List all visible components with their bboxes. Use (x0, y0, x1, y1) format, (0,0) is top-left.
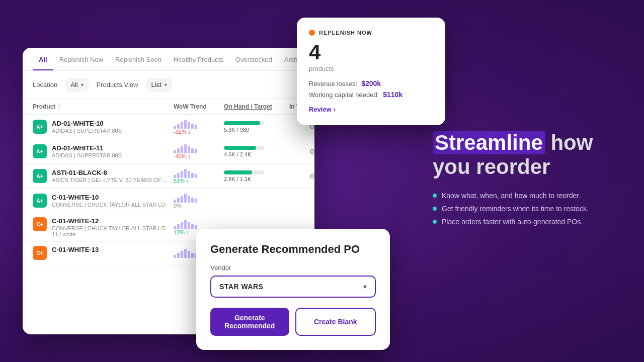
products-view-label: Products View (97, 81, 138, 88)
feature-item: Get friendly reminders when its time to … (433, 205, 614, 213)
product-badge: A+ (33, 194, 47, 208)
bar (195, 125, 197, 129)
bar (188, 122, 190, 129)
wow-value: -40% ↓ (174, 153, 191, 159)
tab-replenish-soon[interactable]: Replenish Soon (109, 48, 168, 70)
bar (188, 196, 190, 203)
bar (191, 148, 194, 153)
bar (191, 198, 194, 203)
bar (181, 122, 183, 129)
bar (195, 174, 197, 178)
product-cell: A+ C-01-WHITE-10 CONVERSE | CHUCK TAYLOR… (33, 194, 174, 208)
table-row[interactable]: A+ C-01-WHITE-10 CONVERSE | CHUCK TAYLOR… (23, 189, 314, 213)
create-blank-button[interactable]: Create Blank (295, 308, 376, 336)
tab-replenish-now[interactable]: Replenish Now (53, 48, 109, 70)
revenue-row: Revenue losses: $200k (309, 79, 433, 87)
bullet-dot-icon (433, 207, 437, 211)
product-id: AD-01-WHITE-11 (52, 144, 122, 152)
generate-recommended-button[interactable]: Generate Recommended (210, 308, 289, 336)
tab-all[interactable]: All (33, 48, 53, 70)
tab-overstocked[interactable]: Overstocked (229, 48, 278, 70)
bar (181, 196, 183, 203)
bar (191, 173, 194, 178)
bar (181, 222, 183, 229)
headline-highlight: Streamline (433, 131, 545, 154)
headline: Streamline howyou reorder (433, 131, 614, 179)
product-id: C-01-WHITE-10 (52, 194, 166, 201)
on-hand-cell: 4.6K / 2.4K (224, 146, 289, 157)
stock-values: 5.3K / 980 (224, 127, 289, 133)
stock-bar (224, 146, 256, 150)
product-info: AD-01-WHITE-10 ADIDAS | SUPERSTAR 80S (52, 120, 122, 134)
review-label: Review (309, 106, 332, 113)
location-label: Location (33, 81, 57, 88)
bar (184, 249, 187, 258)
product-cell: A+ AD-01-WHITE-11 ADIDAS | SUPERSTAR 80S (33, 144, 174, 158)
bar (181, 146, 183, 153)
replenish-header: REPLENISH NOW (309, 30, 433, 36)
bar (177, 198, 180, 203)
bar (191, 224, 194, 229)
bar-chart (174, 143, 197, 153)
th-product[interactable]: Product ↑ (33, 103, 174, 110)
feature-text: Know what, when, and how much to reorder… (442, 192, 581, 200)
table-row[interactable]: A+ AD-01-WHITE-10 ADIDAS | SUPERSTAR 80S… (23, 115, 314, 139)
filters-row: Location All ▾ Products View List ▾ (23, 71, 314, 99)
wow-value: -32% ↓ (174, 129, 191, 135)
product-sub: ASICS TIGER | GEL-LYTE V '30 YEARS OF ..… (52, 177, 167, 183)
review-link[interactable]: Review › (309, 106, 433, 113)
bar (195, 199, 197, 203)
product-variant: 11 / white (52, 231, 166, 237)
stock-bar-container (224, 121, 264, 125)
vendor-select[interactable]: STAR WARS ▾ (210, 276, 376, 298)
bar (177, 224, 180, 229)
wow-cell: -40% ↓ (174, 143, 224, 159)
review-arrow-icon: › (334, 106, 336, 113)
product-cell: C+ C-01-WHITE-13 (33, 246, 174, 260)
stock-bar-container (224, 146, 264, 150)
bar (191, 253, 194, 258)
product-sub: ADIDAS | SUPERSTAR 80S (52, 152, 122, 158)
product-cell: A+ ASTI-01-BLACK-8 ASICS TIGER | GEL-LYT… (33, 169, 174, 183)
stock-values: 2.8K / 1.1K (224, 176, 289, 182)
location-value: All (70, 81, 77, 88)
revenue-value: $200k (361, 79, 381, 87)
location-select[interactable]: All ▾ (65, 78, 88, 92)
product-sub: ADIDAS | SUPERSTAR 80S (52, 128, 122, 134)
product-id: AD-01-WHITE-10 (52, 120, 122, 127)
table-row[interactable]: A+ AD-01-WHITE-11 ADIDAS | SUPERSTAR 80S… (23, 139, 314, 164)
bar (184, 194, 187, 203)
revenue-label: Revenue losses: (309, 80, 357, 87)
th-on-hand[interactable]: On Hand / Target (224, 103, 289, 110)
stock-bar-container (224, 170, 264, 174)
table-header: Product ↑ WoW Trend On Hand / Target In … (23, 99, 314, 115)
products-view-value: List (151, 81, 161, 88)
bar (188, 222, 190, 229)
feature-list: Know what, when, and how much to reorder… (433, 192, 614, 226)
products-view-select[interactable]: List ▾ (146, 78, 172, 92)
product-id: C-01-WHITE-13 (52, 246, 99, 253)
bar (184, 144, 187, 153)
product-cell: A+ AD-01-WHITE-10 ADIDAS | SUPERSTAR 80S (33, 120, 174, 134)
right-content: Streamline howyou reorder Know what, whe… (433, 131, 614, 226)
product-cell: C+ C-01-WHITE-12 CONVERSE | CHUCK TAYLOR… (33, 217, 174, 237)
bar (181, 171, 183, 178)
th-wow-trend: WoW Trend (174, 103, 224, 110)
bar (188, 146, 190, 153)
location-chevron-icon: ▾ (81, 82, 84, 87)
on-hand-cell: 2.8K / 1.1K (224, 170, 289, 182)
bar (188, 171, 190, 178)
bar-chart (174, 119, 197, 129)
feature-text: Place orders faster with auto-generated … (442, 218, 583, 226)
feature-item: Know what, when, and how much to reorder… (433, 192, 614, 200)
stock-bar (224, 121, 260, 125)
bar (191, 124, 194, 129)
bar-chart (174, 168, 197, 178)
bar-chart (174, 219, 197, 229)
table-row[interactable]: A+ ASTI-01-BLACK-8 ASICS TIGER | GEL-LYT… (23, 164, 314, 189)
wow-cell: 51% ↑ (174, 168, 224, 184)
bar (184, 220, 187, 229)
wow-value: 0% (174, 203, 182, 209)
tab-healthy-products[interactable]: Healthy Products (168, 48, 229, 70)
bullet-dot-icon (433, 220, 437, 224)
